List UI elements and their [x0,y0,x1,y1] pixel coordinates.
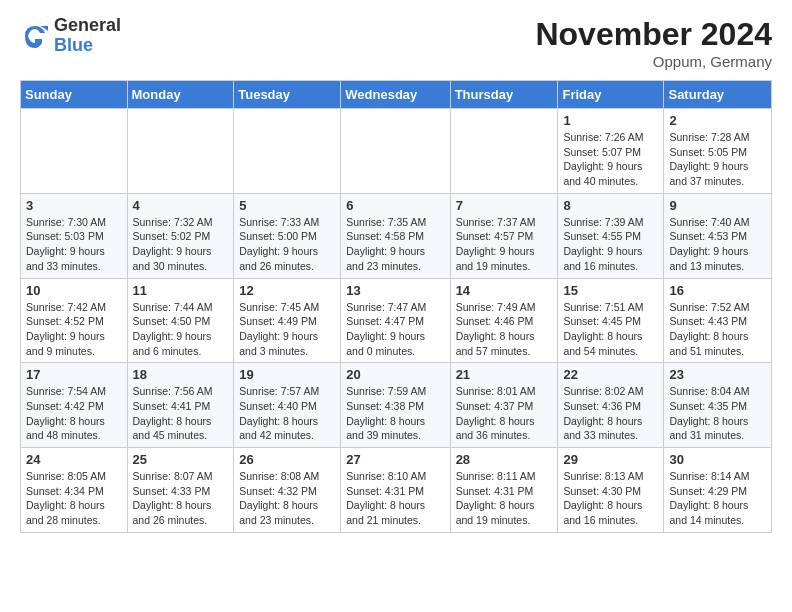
page: General Blue November 2024 Oppum, German… [0,0,792,549]
calendar-cell: 13Sunrise: 7:47 AM Sunset: 4:47 PM Dayli… [341,278,450,363]
calendar-cell: 17Sunrise: 7:54 AM Sunset: 4:42 PM Dayli… [21,363,128,448]
day-info: Sunrise: 7:35 AM Sunset: 4:58 PM Dayligh… [346,215,444,274]
calendar-cell [127,109,234,194]
day-number: 3 [26,198,122,213]
calendar-cell [450,109,558,194]
day-number: 28 [456,452,553,467]
day-info: Sunrise: 7:40 AM Sunset: 4:53 PM Dayligh… [669,215,766,274]
day-info: Sunrise: 7:51 AM Sunset: 4:45 PM Dayligh… [563,300,658,359]
header-friday: Friday [558,81,664,109]
day-info: Sunrise: 8:04 AM Sunset: 4:35 PM Dayligh… [669,384,766,443]
day-info: Sunrise: 7:47 AM Sunset: 4:47 PM Dayligh… [346,300,444,359]
day-info: Sunrise: 8:05 AM Sunset: 4:34 PM Dayligh… [26,469,122,528]
calendar-cell: 23Sunrise: 8:04 AM Sunset: 4:35 PM Dayli… [664,363,772,448]
calendar-cell: 28Sunrise: 8:11 AM Sunset: 4:31 PM Dayli… [450,448,558,533]
day-number: 7 [456,198,553,213]
day-info: Sunrise: 7:42 AM Sunset: 4:52 PM Dayligh… [26,300,122,359]
calendar-cell: 21Sunrise: 8:01 AM Sunset: 4:37 PM Dayli… [450,363,558,448]
day-number: 14 [456,283,553,298]
calendar-cell: 4Sunrise: 7:32 AM Sunset: 5:02 PM Daylig… [127,193,234,278]
day-info: Sunrise: 7:52 AM Sunset: 4:43 PM Dayligh… [669,300,766,359]
day-info: Sunrise: 7:56 AM Sunset: 4:41 PM Dayligh… [133,384,229,443]
day-number: 30 [669,452,766,467]
day-info: Sunrise: 8:01 AM Sunset: 4:37 PM Dayligh… [456,384,553,443]
calendar-cell: 11Sunrise: 7:44 AM Sunset: 4:50 PM Dayli… [127,278,234,363]
calendar-week-1: 1Sunrise: 7:26 AM Sunset: 5:07 PM Daylig… [21,109,772,194]
calendar-cell [341,109,450,194]
day-number: 2 [669,113,766,128]
calendar-cell: 24Sunrise: 8:05 AM Sunset: 4:34 PM Dayli… [21,448,128,533]
logo-text: General Blue [54,16,121,56]
header-monday: Monday [127,81,234,109]
calendar-cell: 14Sunrise: 7:49 AM Sunset: 4:46 PM Dayli… [450,278,558,363]
calendar-cell: 3Sunrise: 7:30 AM Sunset: 5:03 PM Daylig… [21,193,128,278]
day-number: 25 [133,452,229,467]
calendar-cell: 12Sunrise: 7:45 AM Sunset: 4:49 PM Dayli… [234,278,341,363]
calendar-cell: 1Sunrise: 7:26 AM Sunset: 5:07 PM Daylig… [558,109,664,194]
day-number: 17 [26,367,122,382]
day-number: 11 [133,283,229,298]
day-number: 5 [239,198,335,213]
day-number: 29 [563,452,658,467]
calendar-cell: 25Sunrise: 8:07 AM Sunset: 4:33 PM Dayli… [127,448,234,533]
calendar-cell: 8Sunrise: 7:39 AM Sunset: 4:55 PM Daylig… [558,193,664,278]
logo: General Blue [20,16,121,56]
day-number: 22 [563,367,658,382]
calendar-cell: 15Sunrise: 7:51 AM Sunset: 4:45 PM Dayli… [558,278,664,363]
month-title: November 2024 [535,16,772,53]
calendar-cell: 26Sunrise: 8:08 AM Sunset: 4:32 PM Dayli… [234,448,341,533]
day-number: 23 [669,367,766,382]
day-number: 13 [346,283,444,298]
header-wednesday: Wednesday [341,81,450,109]
calendar-cell: 30Sunrise: 8:14 AM Sunset: 4:29 PM Dayli… [664,448,772,533]
calendar-cell: 2Sunrise: 7:28 AM Sunset: 5:05 PM Daylig… [664,109,772,194]
calendar-cell: 10Sunrise: 7:42 AM Sunset: 4:52 PM Dayli… [21,278,128,363]
calendar-cell [21,109,128,194]
location: Oppum, Germany [535,53,772,70]
day-info: Sunrise: 7:59 AM Sunset: 4:38 PM Dayligh… [346,384,444,443]
day-info: Sunrise: 7:37 AM Sunset: 4:57 PM Dayligh… [456,215,553,274]
day-number: 21 [456,367,553,382]
header-tuesday: Tuesday [234,81,341,109]
calendar-cell: 7Sunrise: 7:37 AM Sunset: 4:57 PM Daylig… [450,193,558,278]
header-saturday: Saturday [664,81,772,109]
day-number: 1 [563,113,658,128]
calendar-cell: 6Sunrise: 7:35 AM Sunset: 4:58 PM Daylig… [341,193,450,278]
day-info: Sunrise: 8:07 AM Sunset: 4:33 PM Dayligh… [133,469,229,528]
calendar-header-row: SundayMondayTuesdayWednesdayThursdayFrid… [21,81,772,109]
day-number: 6 [346,198,444,213]
calendar-week-3: 10Sunrise: 7:42 AM Sunset: 4:52 PM Dayli… [21,278,772,363]
calendar-cell: 27Sunrise: 8:10 AM Sunset: 4:31 PM Dayli… [341,448,450,533]
day-info: Sunrise: 8:10 AM Sunset: 4:31 PM Dayligh… [346,469,444,528]
header-thursday: Thursday [450,81,558,109]
day-info: Sunrise: 7:32 AM Sunset: 5:02 PM Dayligh… [133,215,229,274]
logo-blue-text: Blue [54,36,121,56]
day-info: Sunrise: 8:13 AM Sunset: 4:30 PM Dayligh… [563,469,658,528]
day-number: 20 [346,367,444,382]
day-number: 15 [563,283,658,298]
calendar-cell [234,109,341,194]
header: General Blue November 2024 Oppum, German… [20,16,772,70]
day-info: Sunrise: 7:28 AM Sunset: 5:05 PM Dayligh… [669,130,766,189]
day-number: 16 [669,283,766,298]
day-number: 9 [669,198,766,213]
day-info: Sunrise: 8:11 AM Sunset: 4:31 PM Dayligh… [456,469,553,528]
calendar-cell: 9Sunrise: 7:40 AM Sunset: 4:53 PM Daylig… [664,193,772,278]
day-number: 27 [346,452,444,467]
calendar-cell: 22Sunrise: 8:02 AM Sunset: 4:36 PM Dayli… [558,363,664,448]
calendar-week-4: 17Sunrise: 7:54 AM Sunset: 4:42 PM Dayli… [21,363,772,448]
day-info: Sunrise: 7:39 AM Sunset: 4:55 PM Dayligh… [563,215,658,274]
day-info: Sunrise: 8:14 AM Sunset: 4:29 PM Dayligh… [669,469,766,528]
title-area: November 2024 Oppum, Germany [535,16,772,70]
logo-general-text: General [54,16,121,36]
calendar-cell: 20Sunrise: 7:59 AM Sunset: 4:38 PM Dayli… [341,363,450,448]
calendar-cell: 19Sunrise: 7:57 AM Sunset: 4:40 PM Dayli… [234,363,341,448]
day-info: Sunrise: 8:08 AM Sunset: 4:32 PM Dayligh… [239,469,335,528]
day-number: 18 [133,367,229,382]
header-sunday: Sunday [21,81,128,109]
day-number: 26 [239,452,335,467]
calendar-cell: 29Sunrise: 8:13 AM Sunset: 4:30 PM Dayli… [558,448,664,533]
day-number: 10 [26,283,122,298]
logo-icon [20,21,50,51]
calendar-table: SundayMondayTuesdayWednesdayThursdayFrid… [20,80,772,533]
